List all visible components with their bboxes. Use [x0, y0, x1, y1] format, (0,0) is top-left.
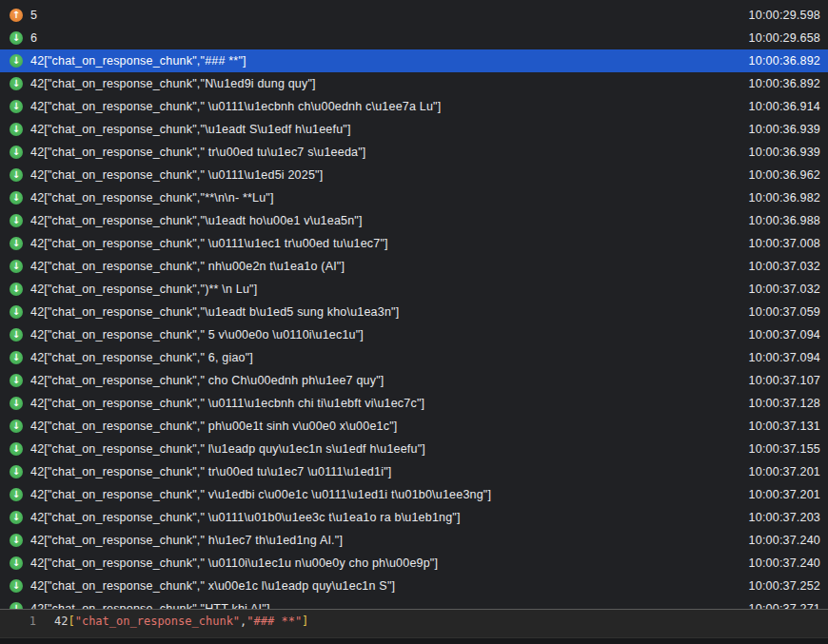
received-arrow-icon: ↓ — [10, 123, 23, 136]
received-arrow-icon: ↓ — [10, 351, 23, 364]
frame-row[interactable]: ↓ 42["chat_on_response_chunk"," \u0111\u… — [0, 164, 828, 186]
received-arrow-icon: ↓ — [10, 374, 23, 387]
frame-text: 42["chat_on_response_chunk","### **"] — [30, 54, 736, 68]
frame-time: 10:00:37.201 — [749, 465, 820, 478]
frame-time: 10:00:37.107 — [749, 374, 820, 387]
frame-row[interactable]: ↓ 42["chat_on_response_chunk"," 6, giao"… — [0, 346, 828, 369]
frame-text: 42["chat_on_response_chunk"," x\u00e1c l… — [30, 579, 736, 593]
frame-time: 10:00:36.962 — [749, 168, 820, 182]
frame-text: 42["chat_on_response_chunk"," tr\u00ed t… — [30, 146, 736, 159]
frame-text: 42["chat_on_response_chunk","\u1eadt S\u… — [30, 123, 736, 136]
received-arrow-icon: ↓ — [10, 31, 23, 45]
frame-row[interactable]: ↓ 42["chat_on_response_chunk"," \u0111\u… — [0, 506, 828, 529]
received-arrow-icon: ↓ — [10, 100, 23, 113]
frame-row[interactable]: ↓ 42["chat_on_response_chunk","\u1eadt b… — [0, 301, 828, 323]
received-arrow-icon: ↓ — [10, 465, 23, 478]
received-arrow-icon: ↓ — [10, 602, 23, 609]
frame-text: 42["chat_on_response_chunk"," ph\u00e1t … — [30, 420, 736, 433]
frame-row[interactable]: ↓ 42["chat_on_response_chunk"," nh\u00e2… — [0, 255, 828, 278]
frame-row[interactable]: ↓ 6 10:00:29.658 — [0, 27, 828, 49]
frame-time: 10:00:37.094 — [749, 328, 820, 342]
received-arrow-icon: ↓ — [10, 168, 23, 182]
received-arrow-icon: ↓ — [10, 214, 23, 227]
frame-time: 10:00:37.203 — [749, 511, 820, 524]
frame-time: 10:00:37.032 — [749, 260, 820, 273]
received-arrow-icon: ↓ — [10, 556, 23, 570]
frame-row[interactable]: ↓ 42["chat_on_response_chunk"," \u0111\u… — [0, 232, 828, 255]
frame-text: 42["chat_on_response_chunk","\u1eadt b\u… — [30, 305, 736, 319]
frame-time: 10:00:36.988 — [749, 214, 820, 227]
frames-list[interactable]: ↑ 5 10:00:29.598 ↓ 6 10:00:29.658 ↓ 42["… — [0, 0, 828, 609]
websocket-messages-panel: ↑ 5 10:00:29.598 ↓ 6 10:00:29.658 ↓ 42["… — [0, 0, 828, 644]
token-open-bracket: [ — [68, 615, 74, 628]
received-arrow-icon: ↓ — [10, 579, 23, 593]
frame-text: 42["chat_on_response_chunk"," tr\u00ed t… — [30, 465, 736, 478]
token-payload-string: "### **" — [246, 615, 302, 628]
frame-time: 10:00:36.892 — [749, 54, 820, 68]
frame-text: 42["chat_on_response_chunk","**\n\n- **L… — [30, 191, 736, 205]
frame-text: 6 — [30, 31, 736, 45]
received-arrow-icon: ↓ — [10, 442, 23, 456]
frame-time: 10:00:37.128 — [749, 397, 820, 410]
received-arrow-icon: ↓ — [10, 260, 23, 273]
sent-arrow-icon: ↑ — [10, 9, 23, 22]
frame-text: 42["chat_on_response_chunk"," \u0110i\u1… — [30, 556, 736, 570]
received-arrow-icon: ↓ — [10, 146, 23, 159]
frame-time: 10:00:37.155 — [749, 442, 820, 456]
frame-text: 42["chat_on_response_chunk"," \u0111\u1e… — [30, 168, 736, 182]
frame-row[interactable]: ↓ 42["chat_on_response_chunk"," \u0111\u… — [0, 95, 828, 118]
frame-time: 10:00:29.658 — [749, 31, 820, 45]
received-arrow-icon: ↓ — [10, 237, 23, 250]
frame-row[interactable]: ↓ 42["chat_on_response_chunk"," \u0111\u… — [0, 392, 828, 415]
frame-row[interactable]: ↓ 42["chat_on_response_chunk"," 5 v\u00e… — [0, 323, 828, 346]
token-event-string: "chat_on_response_chunk" — [75, 615, 240, 628]
received-arrow-icon: ↓ — [10, 54, 23, 68]
frame-time: 10:00:37.131 — [749, 420, 820, 433]
frame-row[interactable]: ↓ 42["chat_on_response_chunk","\u1eadt S… — [0, 118, 828, 141]
received-arrow-icon: ↓ — [10, 328, 23, 342]
frame-row[interactable]: ↓ 42["chat_on_response_chunk"," ph\u00e1… — [0, 415, 828, 438]
frame-row[interactable]: ↓ 42["chat_on_response_chunk","\u1eadt h… — [0, 209, 828, 232]
frame-row[interactable]: ↓ 42["chat_on_response_chunk",")** \n Lu… — [0, 278, 828, 301]
frame-row[interactable]: ↓ 42["chat_on_response_chunk"," h\u1ec7 … — [0, 529, 828, 552]
frame-time: 10:00:36.939 — [749, 123, 820, 136]
frame-row[interactable]: ↑ 5 10:00:29.598 — [0, 4, 828, 27]
frame-text: 42["chat_on_response_chunk"," \u0111\u1e… — [30, 237, 736, 250]
line-number: 1 — [0, 615, 36, 628]
received-arrow-icon: ↓ — [10, 77, 23, 90]
frame-row[interactable]: ↓ 42["chat_on_response_chunk"," x\u00e1c… — [0, 575, 828, 597]
frame-time: 10:00:37.252 — [749, 579, 820, 593]
frame-text: 42["chat_on_response_chunk",")** \n Lu"] — [30, 283, 736, 296]
received-arrow-icon: ↓ — [10, 397, 23, 410]
frame-row[interactable]: ↓ 42["chat_on_response_chunk"," l\u1eadp… — [0, 438, 828, 460]
frame-row[interactable]: ↓ 42["chat_on_response_chunk","HTT khi A… — [0, 597, 828, 609]
frame-time: 10:00:37.201 — [749, 488, 820, 501]
frame-preview-pane[interactable]: 1 42["chat_on_response_chunk","### **"] — [0, 609, 828, 637]
preview-code: 42["chat_on_response_chunk","### **"] — [54, 615, 308, 628]
received-arrow-icon: ↓ — [10, 488, 23, 501]
token-close-bracket: ] — [302, 615, 308, 628]
frame-time: 10:00:36.914 — [749, 100, 820, 113]
frame-text: 42["chat_on_response_chunk"," 6, giao"] — [30, 351, 736, 364]
frame-row[interactable]: ↓ 42["chat_on_response_chunk","### **"] … — [0, 49, 828, 72]
received-arrow-icon: ↓ — [10, 283, 23, 296]
frame-text: 42["chat_on_response_chunk"," h\u1ec7 th… — [30, 534, 736, 547]
frame-row[interactable]: ↓ 42["chat_on_response_chunk"," cho Ch\u… — [0, 369, 828, 392]
frame-time: 10:00:36.982 — [749, 191, 820, 205]
frame-text: 42["chat_on_response_chunk","\u1eadt ho\… — [30, 214, 736, 227]
frame-text: 42["chat_on_response_chunk"," v\u1edbi c… — [30, 488, 736, 501]
received-arrow-icon: ↓ — [10, 191, 23, 205]
frame-time: 10:00:29.598 — [749, 9, 820, 22]
frame-time: 10:00:37.240 — [749, 534, 820, 547]
frame-row[interactable]: ↓ 42["chat_on_response_chunk"," tr\u00ed… — [0, 460, 828, 483]
bottom-edge-strip — [0, 637, 828, 644]
frame-row[interactable]: ↓ 42["chat_on_response_chunk","**\n\n- *… — [0, 186, 828, 209]
frame-row[interactable]: ↓ 42["chat_on_response_chunk"," \u0110i\… — [0, 552, 828, 575]
frame-text: 42["chat_on_response_chunk"," nh\u00e2n … — [30, 260, 736, 273]
frame-text: 5 — [30, 9, 736, 22]
frame-text: 42["chat_on_response_chunk","HTT khi AI"… — [30, 602, 736, 609]
frame-row[interactable]: ↓ 42["chat_on_response_chunk"," tr\u00ed… — [0, 141, 828, 164]
frame-row[interactable]: ↓ 42["chat_on_response_chunk"," v\u1edbi… — [0, 483, 828, 506]
frame-row[interactable]: ↓ 42["chat_on_response_chunk","N\u1ed9i … — [0, 72, 828, 95]
preview-code-line: 1 42["chat_on_response_chunk","### **"] — [0, 613, 828, 630]
